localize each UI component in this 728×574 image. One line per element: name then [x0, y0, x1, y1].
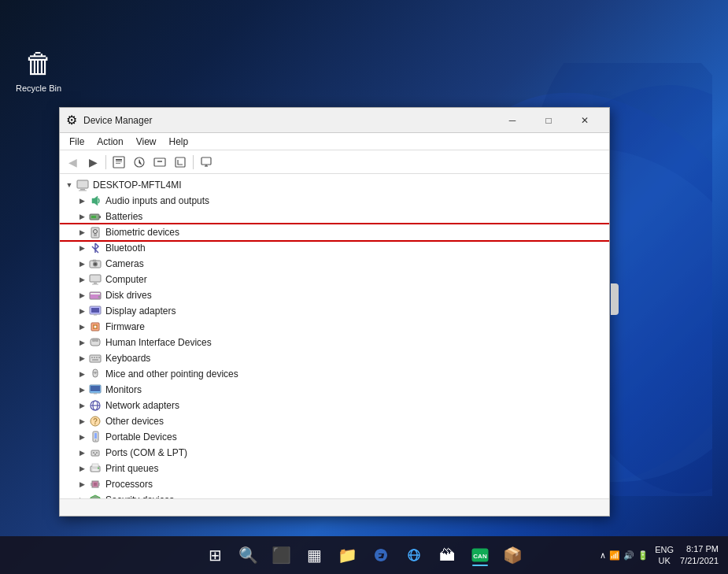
status-bar [60, 498, 609, 516]
svg-rect-35 [92, 284, 98, 285]
uninstall-button[interactable] [150, 154, 169, 171]
tree-item-keyboards[interactable]: ▶ Keyboards [60, 350, 609, 366]
task-view-button[interactable]: ⬛ [268, 541, 296, 569]
tree-root[interactable]: ▼ DESKTOP-MFTL4MI [60, 177, 609, 193]
print-label: Print queues [105, 463, 158, 474]
keyboards-label: Keyboards [105, 353, 150, 364]
network-icon[interactable] [400, 541, 428, 569]
svg-rect-25 [91, 216, 96, 218]
chevron-icon[interactable]: ∧ [600, 550, 606, 561]
tree-item-cameras[interactable]: ▶ Cameras [60, 256, 609, 272]
explorer-button[interactable]: 📁 [334, 541, 362, 569]
firmware-expand-icon[interactable]: ▶ [76, 320, 88, 333]
cameras-expand-icon[interactable]: ▶ [76, 257, 88, 270]
disk-label: Disk drives [105, 290, 152, 301]
lang-line1: ENG [655, 544, 674, 555]
tree-item-computer[interactable]: ▶ Computer [60, 272, 609, 287]
monitors-label: Monitors [105, 384, 142, 395]
bluetooth-expand-icon[interactable]: ▶ [76, 242, 88, 254]
close-button[interactable]: ✕ [567, 108, 603, 133]
window-drag-handle[interactable] [611, 283, 619, 315]
hid-icon [88, 336, 102, 349]
svg-rect-51 [96, 357, 98, 358]
clock[interactable]: 8:17 PM 7/21/2021 [680, 543, 719, 568]
update-button[interactable] [130, 154, 149, 171]
disk-expand-icon[interactable]: ▶ [76, 289, 88, 302]
processors-label: Processors [105, 479, 153, 490]
mice-expand-icon[interactable]: ▶ [76, 368, 88, 380]
menu-view[interactable]: View [130, 135, 163, 149]
forward-button[interactable]: ▶ [83, 154, 102, 171]
widgets-button[interactable]: ▦ [301, 541, 329, 569]
tree-item-ports[interactable]: ▶ Ports (COM & LPT) [60, 445, 609, 461]
tree-item-batteries[interactable]: ▶ Batteries [60, 209, 609, 224]
other-expand-icon[interactable]: ▶ [76, 415, 88, 428]
tree-item-biometric[interactable]: ▶ Biometric devices [60, 224, 609, 240]
volume-icon: 🔊 [623, 550, 634, 561]
computer-expand-icon[interactable]: ▶ [76, 273, 88, 286]
tree-item-display[interactable]: ▶ Display adapters [60, 303, 609, 319]
back-button[interactable]: ◀ [63, 154, 82, 171]
properties-button[interactable] [109, 154, 128, 171]
tree-panel[interactable]: ▼ DESKTOP-MFTL4MI ▶ Audio inputs and out… [60, 174, 609, 498]
window-title: Device Manager [83, 115, 494, 126]
tree-item-hid[interactable]: ▶ Human Interface Devices [60, 335, 609, 350]
tree-item-audio[interactable]: ▶ Audio inputs and outputs [60, 193, 609, 209]
svg-rect-47 [95, 339, 98, 342]
tree-item-security[interactable]: ▶ ✓ Security devices [60, 492, 609, 498]
maximize-button[interactable]: □ [530, 108, 567, 133]
wifi-icon: 📶 [609, 550, 620, 561]
minimize-button[interactable]: ─ [494, 108, 530, 133]
svg-rect-73 [92, 464, 98, 467]
svg-point-71 [94, 454, 96, 455]
photos-icon[interactable]: 🏔 [433, 541, 461, 569]
search-button[interactable]: 🔍 [235, 541, 263, 569]
recycle-bin[interactable]: 🗑 Recycle Bin [16, 47, 61, 93]
menu-file[interactable]: File [63, 135, 91, 149]
ports-icon [88, 446, 102, 459]
portable-expand-icon[interactable]: ▶ [76, 431, 88, 443]
biometric-expand-icon[interactable]: ▶ [76, 226, 88, 239]
can-icon[interactable]: CAN [466, 541, 494, 569]
bluetooth-icon [88, 242, 102, 254]
print-expand-icon[interactable]: ▶ [76, 462, 88, 475]
display-icon [88, 305, 102, 317]
tree-item-other[interactable]: ▶ ? Other devices [60, 413, 609, 429]
svg-marker-22 [92, 196, 98, 206]
processors-expand-icon[interactable]: ▶ [76, 478, 88, 491]
tree-item-portable[interactable]: ▶ Portable Devices [60, 429, 609, 445]
svg-point-75 [98, 468, 99, 469]
keyboards-expand-icon[interactable]: ▶ [76, 352, 88, 365]
audio-expand-icon[interactable]: ▶ [76, 194, 88, 207]
tree-item-bluetooth[interactable]: ▶ Bluetooth [60, 240, 609, 256]
tree-item-print[interactable]: ▶ Print queues [60, 461, 609, 476]
svg-rect-13 [154, 158, 165, 166]
display-expand-icon[interactable]: ▶ [76, 305, 88, 317]
batteries-icon [88, 210, 102, 223]
tree-item-processors[interactable]: ▶ Processors [60, 476, 609, 492]
monitors-expand-icon[interactable]: ▶ [76, 383, 88, 396]
tree-item-mice[interactable]: ▶ Mice and other pointing devices [60, 366, 609, 382]
language-indicator[interactable]: ENG UK [655, 544, 674, 567]
edge-button[interactable] [367, 541, 395, 569]
root-expand-icon[interactable]: ▼ [63, 179, 76, 191]
another-icon[interactable]: 📦 [499, 541, 527, 569]
hid-expand-icon[interactable]: ▶ [76, 336, 88, 349]
svg-rect-50 [94, 357, 95, 358]
svg-rect-40 [91, 308, 99, 313]
system-tray[interactable]: ∧ 📶 🔊 🔋 [600, 550, 649, 561]
network-expand-icon[interactable]: ▶ [76, 399, 88, 412]
tree-item-monitors[interactable]: ▶ Monitors [60, 382, 609, 398]
processors-icon [88, 478, 102, 491]
display-button[interactable] [197, 154, 216, 171]
tree-item-firmware[interactable]: ▶ Firmware [60, 319, 609, 335]
ports-expand-icon[interactable]: ▶ [76, 446, 88, 459]
scan-button[interactable] [171, 154, 190, 171]
menu-action[interactable]: Action [91, 135, 129, 149]
start-button[interactable]: ⊞ [201, 541, 230, 569]
menu-help[interactable]: Help [163, 135, 195, 149]
tree-item-disk[interactable]: ▶ Disk drives [60, 287, 609, 303]
batteries-expand-icon[interactable]: ▶ [76, 210, 88, 223]
tree-item-network[interactable]: ▶ Network adapters [60, 398, 609, 413]
network-icon [88, 399, 102, 412]
